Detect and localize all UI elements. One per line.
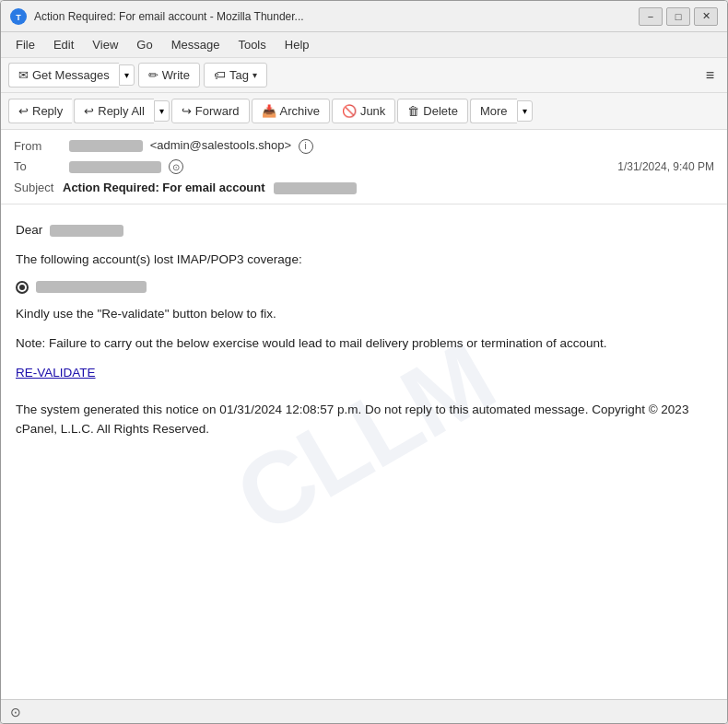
revalidate-link-para: RE-VALIDATE (16, 364, 712, 382)
account-item (16, 281, 712, 294)
from-name-redacted (69, 140, 143, 152)
junk-icon: 🚫 (342, 104, 357, 118)
from-value: <admin@salestools.shop> i (69, 138, 714, 154)
to-row: To ⊙ 1/31/2024, 9:40 PM (14, 157, 714, 178)
action-toolbar: ↩ Reply ↩ Reply All ▾ ↪ Forward 📥 Archiv… (1, 93, 727, 130)
junk-label: Junk (360, 104, 385, 118)
write-icon: ✏ (148, 68, 159, 82)
to-security-icon[interactable]: ⊙ (169, 159, 183, 174)
svg-text:T: T (16, 13, 21, 22)
email-body: CLLM Dear The following account(s) lost … (1, 204, 727, 699)
security-icon[interactable]: i (299, 139, 313, 154)
write-label: Write (162, 68, 190, 82)
from-row: From <admin@salestools.shop> i (14, 135, 714, 157)
delete-button[interactable]: 🗑 Delete (397, 99, 468, 123)
minimize-button[interactable]: − (639, 7, 663, 26)
get-messages-label: Get Messages (32, 68, 110, 82)
reply-button[interactable]: ↩ Reply (8, 99, 72, 123)
menu-tools[interactable]: Tools (230, 35, 273, 54)
menu-view[interactable]: View (85, 35, 125, 54)
main-toolbar: ✉ Get Messages ▾ ✏ Write 🏷 Tag ▾ ≡ (1, 58, 727, 93)
reply-all-group: ↩ Reply All ▾ (74, 99, 170, 123)
junk-button[interactable]: 🚫 Junk (332, 99, 395, 123)
main-window: T Action Required: For email account - M… (0, 0, 728, 724)
hamburger-menu[interactable]: ≡ (700, 64, 720, 88)
close-button[interactable]: ✕ (694, 7, 718, 26)
get-messages-dropdown[interactable]: ▾ (119, 64, 135, 86)
menu-go[interactable]: Go (129, 35, 159, 54)
forward-button[interactable]: ↪ Forward (171, 99, 250, 123)
email-header: From <admin@salestools.shop> i To ⊙ 1/31… (1, 130, 727, 204)
forward-label: Forward (195, 104, 240, 118)
more-button[interactable]: More (470, 99, 517, 123)
note-paragraph: Note: Failure to carry out the below exe… (16, 334, 712, 353)
menu-edit[interactable]: Edit (46, 35, 81, 54)
forward-icon: ↪ (182, 104, 192, 118)
from-email: <admin@salestools.shop> (150, 138, 291, 152)
subject-redacted (274, 182, 357, 194)
revalidate-para: Kindly use the "Re-validate" button belo… (16, 305, 712, 323)
from-label: From (14, 139, 69, 153)
tag-button[interactable]: 🏷 Tag ▾ (204, 63, 267, 88)
subject-row: Subject Action Required: For email accou… (14, 177, 714, 198)
archive-button[interactable]: 📥 Archive (252, 99, 330, 123)
to-value: ⊙ (69, 159, 617, 175)
reply-group: ↩ Reply (8, 99, 72, 123)
footer-paragraph: The system generated this notice on 01/3… (16, 401, 712, 438)
radio-icon (16, 281, 29, 294)
reply-label: Reply (32, 104, 63, 118)
delete-label: Delete (423, 104, 458, 118)
menu-file[interactable]: File (8, 35, 42, 54)
tag-icon: 🏷 (214, 68, 226, 82)
more-label: More (480, 104, 508, 118)
menubar: File Edit View Go Message Tools Help (1, 32, 727, 58)
titlebar: T Action Required: For email account - M… (1, 1, 727, 32)
imap-paragraph: The following account(s) lost IMAP/POP3 … (16, 251, 712, 269)
greeting-text: Dear (16, 223, 42, 237)
more-dropdown[interactable]: ▾ (517, 100, 533, 122)
greeting-name-redacted (50, 225, 123, 237)
reply-all-label: Reply All (98, 104, 145, 118)
delete-icon: 🗑 (407, 104, 419, 118)
tag-label: Tag (229, 68, 249, 82)
email-date: 1/31/2024, 9:40 PM (617, 160, 714, 173)
more-group: More ▾ (470, 99, 533, 123)
get-messages-group: ✉ Get Messages ▾ (8, 63, 135, 88)
app-icon: T (10, 8, 27, 25)
status-icon: ⊙ (10, 705, 21, 719)
window-title: Action Required: For email account - Moz… (34, 10, 631, 23)
get-messages-button[interactable]: ✉ Get Messages (8, 63, 119, 88)
archive-label: Archive (280, 104, 320, 118)
menu-message[interactable]: Message (164, 35, 228, 54)
revalidate-link[interactable]: RE-VALIDATE (16, 366, 96, 380)
account-redacted (36, 281, 147, 293)
envelope-icon: ✉ (18, 68, 29, 82)
menu-help[interactable]: Help (277, 35, 317, 54)
to-name-redacted (69, 161, 161, 173)
archive-icon: 📥 (262, 104, 276, 118)
subject-text: Action Required: For email account (63, 181, 265, 194)
reply-all-button[interactable]: ↩ Reply All (74, 99, 154, 123)
statusbar: ⊙ (1, 699, 727, 723)
write-button[interactable]: ✏ Write (138, 63, 200, 88)
maximize-button[interactable]: □ (666, 7, 690, 26)
tag-dropdown-icon: ▾ (252, 70, 257, 80)
window-controls: − □ ✕ (639, 7, 718, 26)
greeting-paragraph: Dear (16, 221, 712, 239)
reply-all-icon: ↩ (84, 104, 94, 118)
to-label: To (14, 159, 69, 173)
reply-icon: ↩ (18, 104, 29, 118)
subject-label: Subject (14, 181, 53, 194)
reply-all-dropdown[interactable]: ▾ (154, 100, 170, 122)
